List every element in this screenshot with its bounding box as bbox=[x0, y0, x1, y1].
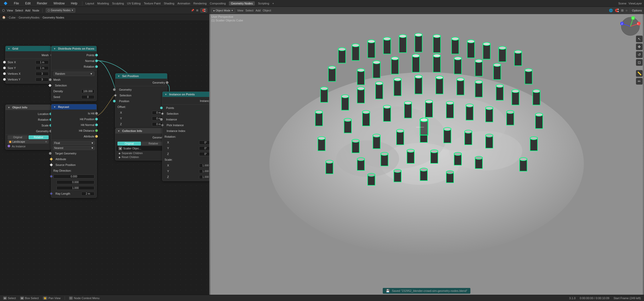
grid-sizex-socket[interactable] bbox=[3, 61, 6, 63]
render-menu[interactable]: Render bbox=[35, 1, 49, 6]
grid-vertx-socket[interactable] bbox=[3, 72, 6, 75]
dist-normal-socket[interactable] bbox=[95, 60, 98, 62]
rc-srcpos-socket[interactable] bbox=[50, 163, 53, 166]
rc-hitnorm-socket[interactable] bbox=[95, 124, 98, 126]
rc-nearest-dropdown[interactable]: Nearest ▼ bbox=[53, 146, 95, 150]
rc-raydir-y-value[interactable]: 0.000 bbox=[57, 180, 94, 184]
grid-verty-socket[interactable] bbox=[3, 78, 6, 81]
vp-tool-move[interactable]: ✥ bbox=[636, 43, 643, 50]
oi-as-instance-socket[interactable] bbox=[8, 145, 10, 147]
distribute-collapse-btn[interactable]: ▼ bbox=[53, 47, 56, 50]
geometry-nodes-tab-active[interactable]: Geometry Nodes bbox=[229, 1, 255, 5]
setpos-sel-socket[interactable] bbox=[114, 94, 117, 97]
view-label[interactable]: View bbox=[7, 9, 13, 12]
add-label[interactable]: Add bbox=[25, 9, 30, 12]
oi-relative-btn[interactable]: Relative bbox=[29, 135, 49, 139]
rc-targetgeo-socket[interactable] bbox=[49, 152, 52, 155]
node-label-menu[interactable]: Node bbox=[32, 9, 39, 12]
node-raycast[interactable]: ▼ Raycast Is Hit Hit Position Hit Normal bbox=[51, 104, 97, 198]
iop-collapse-btn[interactable]: ▼ bbox=[165, 93, 167, 96]
iop-instance-socket[interactable] bbox=[160, 118, 163, 121]
breadcrumb-cube[interactable]: Cube bbox=[9, 16, 15, 19]
vp-mode-btn[interactable]: ● Object Mode ▼ bbox=[211, 8, 235, 13]
iop-rot-y-value[interactable]: 0° bbox=[199, 146, 209, 150]
node-distribute[interactable]: ▼ Distribute Points on Faces Points Norm… bbox=[51, 46, 97, 101]
vp-snap-icon[interactable]: 🧲 bbox=[615, 9, 619, 12]
breadcrumb-geonodes[interactable]: GeometryNodes bbox=[19, 16, 39, 19]
viewport-panel[interactable]: ● Object Mode ▼ View Select Add Object 🌐… bbox=[209, 7, 644, 295]
grid-collapse-btn[interactable]: ▼ bbox=[8, 47, 10, 50]
rc-raylength-socket[interactable] bbox=[50, 192, 53, 195]
grid-sizey-socket[interactable] bbox=[3, 67, 6, 69]
dist-mesh-in-socket[interactable] bbox=[49, 78, 52, 81]
rc-ishit-socket[interactable] bbox=[95, 112, 98, 115]
overlay-icon[interactable]: ⊞ bbox=[196, 9, 198, 12]
ci-relative-btn[interactable]: Relative bbox=[142, 142, 165, 146]
vp-global-icon[interactable]: 🌐 bbox=[609, 9, 613, 12]
vp-tool-annotate[interactable]: ✏ bbox=[636, 78, 643, 85]
rc-raydir-z-value[interactable]: 1.000 bbox=[57, 186, 94, 190]
dist-points-socket[interactable] bbox=[95, 54, 98, 56]
blender-menu[interactable]: 🔷 bbox=[2, 1, 9, 6]
iop-scale-x-value[interactable]: 1.000 bbox=[199, 164, 209, 167]
ci-collapse-btn[interactable]: ▼ bbox=[117, 130, 120, 132]
setpos-geo-in-socket[interactable] bbox=[113, 88, 116, 91]
snapping-btn[interactable]: 🧲 bbox=[200, 8, 207, 13]
vp-tool-rotate[interactable]: ↺ bbox=[636, 51, 643, 58]
help-menu[interactable]: Help bbox=[69, 1, 79, 6]
vp-tool-scale[interactable]: ⊡ bbox=[636, 59, 643, 66]
node-grid[interactable]: ▼ Grid Mesh Size X 1 m bbox=[5, 46, 51, 84]
iop-rot-x-value[interactable]: 0° bbox=[199, 141, 209, 144]
plus-tab[interactable]: + bbox=[272, 2, 274, 5]
rc-float-dropdown[interactable]: Float ▼ bbox=[53, 141, 95, 145]
grid-sizex-value[interactable]: 1 m bbox=[36, 60, 49, 64]
dist-selection-socket[interactable] bbox=[48, 84, 51, 87]
select-label[interactable]: Select bbox=[15, 9, 23, 12]
rc-hitpos-socket[interactable] bbox=[95, 118, 98, 120]
oi-collapse-btn[interactable]: ▼ bbox=[8, 106, 10, 109]
ci-separate-children[interactable]: ◆Separate Children bbox=[115, 151, 167, 155]
rc-raydir-x-value[interactable]: 0.000 bbox=[53, 175, 94, 178]
vp-add-label[interactable]: Add bbox=[256, 9, 261, 12]
node-object-info[interactable]: ▼ Object Info Location Rotation Scale bbox=[5, 105, 51, 150]
iop-scale-z-value[interactable]: 1.000 bbox=[199, 175, 209, 179]
rc-raylength-value[interactable]: 2 m bbox=[81, 192, 94, 196]
node-type-btn[interactable]: ⬡ Geometry Nodes ▼ bbox=[46, 8, 75, 13]
grid-vertx-value[interactable]: 3 bbox=[36, 72, 49, 76]
ci-original-btn[interactable]: Original bbox=[117, 142, 141, 146]
iop-rot-z-value[interactable]: 0° bbox=[199, 152, 209, 156]
vp-tool-measure[interactable]: 📏 bbox=[636, 70, 643, 77]
vp-select-label[interactable]: Select bbox=[245, 9, 253, 12]
rc-attr-in-socket[interactable] bbox=[50, 158, 53, 160]
node-instance-on-points[interactable]: ▼ Instance on Points Instances Points bbox=[162, 91, 209, 181]
rc-raydir-socket[interactable] bbox=[50, 175, 53, 178]
setpos-pos-socket[interactable] bbox=[113, 100, 116, 102]
oi-original-btn[interactable]: Original bbox=[8, 135, 28, 139]
grid-sizey-value[interactable]: 1 m bbox=[36, 66, 49, 70]
iop-scale-y-value[interactable]: 1.000 bbox=[199, 169, 209, 173]
vp-overlay-icon[interactable]: ⊞ bbox=[621, 9, 624, 12]
rc-hitdist-socket[interactable] bbox=[95, 129, 98, 132]
vp-options-label[interactable]: Options bbox=[632, 9, 642, 12]
node-collection-info[interactable]: ▼ Collection Info Geometry Original Rela… bbox=[115, 128, 167, 160]
vp-shading-icon[interactable]: ○ bbox=[626, 9, 628, 12]
window-menu[interactable]: Window bbox=[52, 1, 66, 6]
raycast-collapse-btn[interactable]: ▼ bbox=[53, 106, 56, 108]
rc-attr-out-socket[interactable] bbox=[95, 135, 98, 138]
node-set-position[interactable]: ▼ Set Position Geometry Geometry bbox=[115, 73, 167, 128]
dist-rotation-socket[interactable] bbox=[95, 65, 98, 68]
dist-mode-dropdown[interactable]: Random ▼ bbox=[53, 72, 94, 76]
node-canvas[interactable]: ▼ Grid Mesh Size X 1 m bbox=[0, 21, 209, 295]
dist-seed-value[interactable]: 0 bbox=[81, 95, 94, 99]
file-menu[interactable]: File bbox=[12, 1, 20, 6]
landscape-remove-btn[interactable]: ✕ bbox=[45, 140, 47, 143]
grid-verty-value[interactable]: 3 bbox=[36, 78, 49, 82]
vp-object-label[interactable]: Object bbox=[263, 9, 271, 12]
iop-points-socket[interactable] bbox=[160, 107, 163, 109]
vp-view-label[interactable]: View bbox=[237, 9, 244, 12]
pin-icon[interactable]: 📌 bbox=[191, 9, 194, 12]
setpos-collapse-btn[interactable]: ▼ bbox=[117, 75, 120, 78]
edit-menu[interactable]: Edit bbox=[24, 1, 32, 6]
dist-density-value[interactable]: 100.000 bbox=[81, 89, 94, 93]
setpos-geo-out-socket[interactable] bbox=[166, 81, 168, 84]
